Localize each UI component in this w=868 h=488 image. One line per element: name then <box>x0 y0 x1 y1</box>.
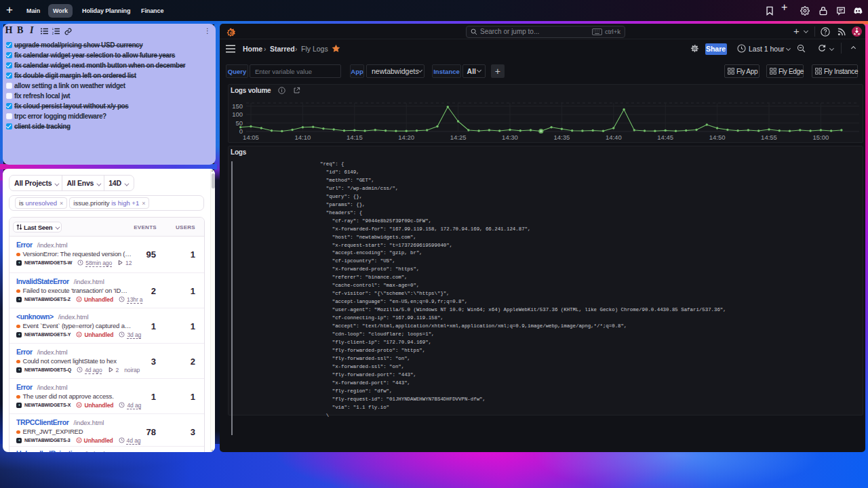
svg-text:50: 50 <box>235 119 243 127</box>
svg-text:14:20: 14:20 <box>398 134 414 141</box>
svg-text:100: 100 <box>232 110 243 118</box>
svg-text:14:45: 14:45 <box>657 134 673 141</box>
svg-text:14:35: 14:35 <box>554 134 570 141</box>
svg-text:14:15: 14:15 <box>347 134 363 141</box>
svg-text:14:25: 14:25 <box>450 134 467 141</box>
svg-text:150: 150 <box>232 102 243 110</box>
svg-text:14:55: 14:55 <box>761 134 777 141</box>
svg-text:14:05: 14:05 <box>243 134 259 141</box>
svg-text:14:50: 14:50 <box>709 134 726 141</box>
svg-text:14:30: 14:30 <box>502 134 518 141</box>
svg-text:2: 2 <box>52 32 54 35</box>
svg-text:15:00: 15:00 <box>813 134 829 141</box>
svg-text:14:40: 14:40 <box>606 134 622 141</box>
svg-text:14:10: 14:10 <box>295 134 311 141</box>
svg-text:1: 1 <box>52 28 54 30</box>
